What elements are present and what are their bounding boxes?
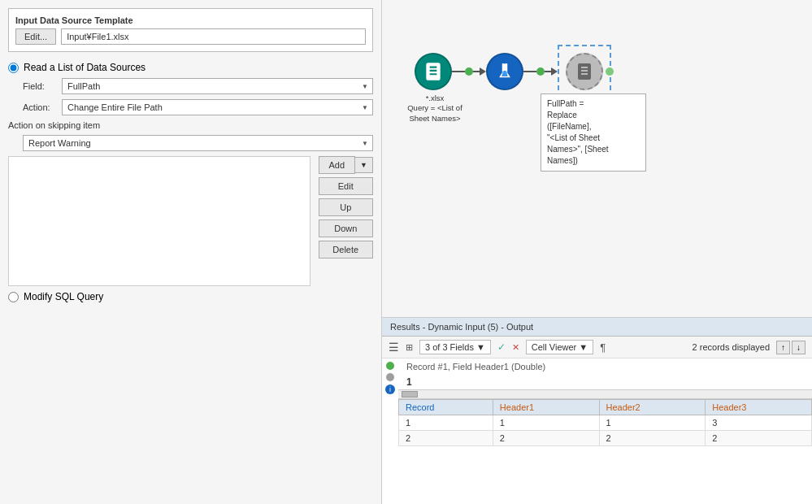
node-1[interactable]: *.xlsxQuery = <List ofSheet Names> xyxy=(415,53,452,90)
skip-action-label: Action on skipping item xyxy=(8,120,100,130)
cell-viewer-arrow: ▼ xyxy=(579,342,588,352)
add-button[interactable]: Add xyxy=(319,156,356,174)
col-record: Record xyxy=(399,400,493,415)
node-1-icon xyxy=(415,53,452,90)
results-content: Record #1, Field Header1 (Double) 1 Reco… xyxy=(398,358,812,504)
results-body: i Record #1, Field Header1 (Double) 1 Re… xyxy=(382,358,812,504)
x-icon[interactable]: ✕ xyxy=(512,342,519,353)
nav-down-button[interactable]: ↓ xyxy=(792,341,805,354)
up-button[interactable]: Up xyxy=(319,198,374,216)
canvas-area: *.xlsxQuery = <List ofSheet Names> xyxy=(382,0,812,317)
data-table: Record Header1 Header2 Header3 11132222 xyxy=(398,399,812,446)
skip-action-dropdown-wrapper: Report Warning Skip Record Error xyxy=(23,135,373,151)
down-button[interactable]: Down xyxy=(319,219,374,237)
col-header2: Header2 xyxy=(599,400,706,415)
action-label: Action: xyxy=(23,102,55,112)
modify-sql-label: Modify SQL Query xyxy=(24,291,103,302)
node-3-dashed[interactable] xyxy=(558,45,611,98)
add-btn-row: Add ▼ xyxy=(319,156,374,174)
field-dropdown[interactable]: FullPath xyxy=(62,78,373,94)
list-area xyxy=(8,156,310,286)
nav-up-button[interactable]: ↑ xyxy=(776,341,790,354)
cell-viewer-label: Cell Viewer xyxy=(532,342,576,352)
edit-button[interactable]: Edit... xyxy=(15,28,56,45)
connector-1 xyxy=(452,67,486,76)
fields-button[interactable]: 3 of 3 Fields ▼ xyxy=(419,340,491,354)
check-icon[interactable]: ✓ xyxy=(497,341,506,353)
add-arrow-button[interactable]: ▼ xyxy=(355,157,373,173)
list-buttons: Add ▼ Edit Up Down Delete xyxy=(319,156,374,286)
list-icon[interactable]: ☰ xyxy=(389,341,399,354)
grid-icon[interactable]: ⊞ xyxy=(406,342,413,353)
green-dot xyxy=(606,67,614,76)
list-section: Add ▼ Edit Up Down Delete xyxy=(8,156,373,286)
modify-sql-radio[interactable] xyxy=(8,292,19,302)
gray-status-dot xyxy=(386,373,394,381)
svg-point-1 xyxy=(502,71,508,76)
table-header-row: Record Header1 Header2 Header3 xyxy=(399,400,812,415)
results-panel: Results - Dynamic Input (5) - Output ☰ ⊞… xyxy=(382,317,812,504)
node-tooltip: FullPath =Replace([FileName],"<List of S… xyxy=(541,93,646,172)
skip-action-row: Action on skipping item xyxy=(8,120,373,130)
node-1-label: *.xlsxQuery = <List ofSheet Names> xyxy=(398,93,471,124)
delete-button[interactable]: Delete xyxy=(319,241,374,259)
col-header1: Header1 xyxy=(493,400,599,415)
results-toolbar: ☰ ⊞ 3 of 3 Fields ▼ ✓ ✕ Cell Viewer ▼ ¶ … xyxy=(382,337,812,358)
modify-sql-row: Modify SQL Query xyxy=(8,291,373,302)
right-panel: *.xlsxQuery = <List ofSheet Names> xyxy=(382,0,812,504)
record-info: Record #1, Field Header1 (Double) xyxy=(398,358,812,375)
cell-viewer-button[interactable]: Cell Viewer ▼ xyxy=(526,340,593,354)
skip-action-dropdown-row: Report Warning Skip Record Error xyxy=(23,135,373,151)
node-2-icon xyxy=(486,53,523,90)
fields-btn-arrow: ▼ xyxy=(476,342,485,352)
field-row: Field: FullPath xyxy=(23,78,373,94)
scrollbar-area[interactable] xyxy=(398,389,812,399)
field-label: Field: xyxy=(23,81,55,91)
fields-btn-label: 3 of 3 Fields xyxy=(425,342,474,352)
scroll-thumb[interactable] xyxy=(402,391,418,398)
table-row: 1113 xyxy=(399,415,812,431)
action-dropdown[interactable]: Change Entire File Path Change File Name… xyxy=(62,99,373,115)
results-header: Results - Dynamic Input (5) - Output xyxy=(382,318,812,337)
info-dot: i xyxy=(385,385,395,394)
records-count: 2 records displayed xyxy=(693,342,770,352)
radio-section: Read a List of Data Sources Field: FullP… xyxy=(8,62,373,302)
node-3-icon xyxy=(566,53,603,90)
file-path-input[interactable] xyxy=(61,28,366,45)
field-dropdown-wrapper: FullPath xyxy=(62,78,373,94)
input-data-source-label: Input Data Source Template xyxy=(15,15,366,25)
input-data-source-section: Input Data Source Template Edit... xyxy=(8,8,373,52)
record-value: 1 xyxy=(398,375,812,389)
edit-list-button[interactable]: Edit xyxy=(319,177,374,195)
action-dropdown-wrapper: Change Entire File Path Change File Name… xyxy=(62,99,373,115)
skip-action-dropdown[interactable]: Report Warning Skip Record Error xyxy=(23,135,373,151)
left-panel: Input Data Source Template Edit... Read … xyxy=(0,0,382,504)
green-status-dot xyxy=(386,362,394,370)
left-sidebar-icons: i xyxy=(382,358,398,504)
col-header3: Header3 xyxy=(706,400,812,415)
action-row: Action: Change Entire File Path Change F… xyxy=(23,99,373,115)
read-list-radio-row: Read a List of Data Sources xyxy=(8,62,373,73)
file-row: Edit... xyxy=(15,28,366,45)
table-row: 2222 xyxy=(399,431,812,446)
connector-2 xyxy=(523,67,558,76)
read-list-radio[interactable] xyxy=(8,63,19,73)
read-list-label: Read a List of Data Sources xyxy=(24,62,145,73)
node-2[interactable] xyxy=(486,53,523,90)
format-icon[interactable]: ¶ xyxy=(600,341,606,354)
nav-arrows: ↑ ↓ xyxy=(776,341,805,354)
